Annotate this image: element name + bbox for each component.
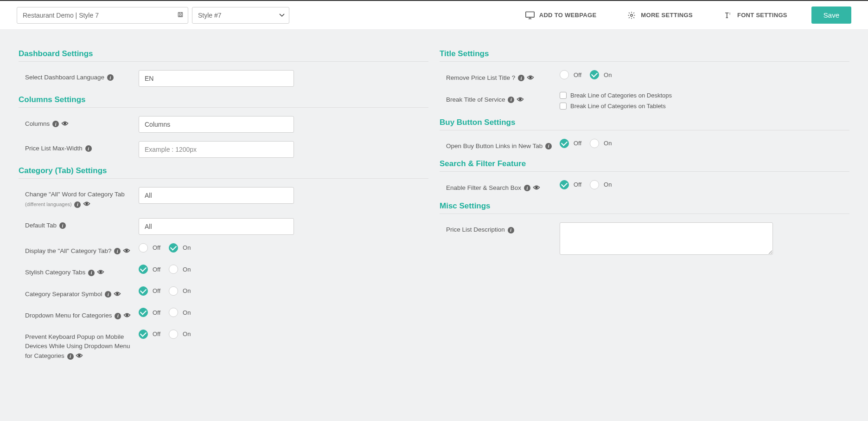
dashboard-settings-title: Dashboard Settings — [19, 49, 428, 62]
eye-icon[interactable]: 👁 — [114, 289, 121, 300]
label-description: Price List Description i — [446, 222, 560, 234]
label-default-tab: Default Tab i — [25, 218, 139, 230]
radio-on[interactable]: On — [590, 139, 612, 148]
dashboard-language-input[interactable] — [139, 70, 294, 87]
info-icon[interactable]: i — [518, 75, 524, 81]
eye-icon[interactable]: 👁 — [124, 311, 131, 321]
eye-icon[interactable]: 👁 — [97, 267, 104, 278]
label-open-buy: Open Buy Button Links in New Tab i — [446, 139, 560, 151]
info-icon[interactable]: i — [114, 248, 121, 254]
misc-title: Misc Settings — [440, 201, 849, 214]
row-default-tab: Default Tab i — [19, 218, 428, 235]
info-icon[interactable]: i — [524, 185, 530, 191]
pricelist-name-input[interactable] — [17, 7, 188, 24]
radio-on[interactable]: On — [169, 265, 191, 274]
radio-off[interactable]: Off — [560, 139, 581, 148]
category-settings-title: Category (Tab) Settings — [19, 166, 428, 179]
radio-on[interactable]: On — [169, 243, 191, 253]
radio-off[interactable]: Off — [139, 330, 160, 339]
info-icon[interactable]: i — [88, 270, 95, 276]
radio-off[interactable]: Off — [139, 286, 160, 296]
radio-on[interactable]: On — [169, 330, 191, 339]
radio-on[interactable]: On — [590, 180, 612, 189]
font-settings-label: FONT SETTINGS — [737, 12, 787, 19]
monitor-icon — [525, 11, 535, 19]
eye-icon[interactable]: 👁 — [123, 246, 130, 257]
label-separator: Category Separator Symbol i 👁 — [25, 286, 139, 300]
info-icon[interactable]: i — [85, 145, 92, 152]
label-display-all-tab: Display the "All" Category Tab? i 👁 — [25, 243, 139, 257]
content-area: Dashboard Settings Select Dashboard Lang… — [0, 30, 868, 385]
chk-break-desktop[interactable]: Break Line of Categories on Desktops — [560, 92, 672, 99]
radio-on[interactable]: On — [169, 308, 191, 317]
label-columns: Columns i 👁 — [25, 116, 139, 130]
more-settings-button[interactable]: MORE SETTINGS — [620, 7, 699, 23]
style-select-wrap: Style #7 — [192, 7, 289, 24]
radio-display-all-tab: Off On — [139, 243, 191, 253]
eye-icon[interactable]: 👁 — [62, 119, 69, 130]
row-dropdown: Dropdown Menu for Categories i 👁 Off On — [19, 308, 428, 321]
row-enable-filter: Enable Filter & Search Box i 👁 Off On — [440, 180, 849, 194]
info-icon[interactable]: i — [508, 227, 514, 233]
info-icon[interactable]: i — [105, 291, 111, 298]
info-icon[interactable]: i — [74, 201, 81, 208]
columns-settings-title: Columns Settings — [19, 95, 428, 108]
info-icon[interactable]: i — [59, 222, 66, 229]
info-icon[interactable]: i — [52, 121, 59, 127]
svg-point-3 — [631, 14, 633, 16]
default-tab-input[interactable] — [139, 218, 294, 235]
radio-on[interactable]: On — [169, 286, 191, 296]
row-stylish-tabs: Stylish Category Tabs i 👁 Off On — [19, 265, 428, 278]
columns-input[interactable] — [139, 116, 294, 133]
header-bar: Style #7 ADD TO WEBPAGE MORE SETTINGS ! … — [0, 1, 868, 30]
radio-off[interactable]: Off — [139, 308, 160, 317]
eye-icon[interactable]: 👁 — [76, 351, 83, 362]
radio-prevent-keyboard: Off On — [139, 330, 191, 339]
row-separator: Category Separator Symbol i 👁 Off On — [19, 286, 428, 300]
info-icon[interactable]: i — [508, 97, 514, 103]
radio-off[interactable]: Off — [139, 243, 160, 253]
radio-open-buy: Off On — [560, 139, 612, 148]
buy-button-title: Buy Button Settings — [440, 118, 849, 130]
row-description: Price List Description i — [440, 222, 849, 257]
label-break-title: Break Title of Service i 👁 — [446, 92, 560, 105]
row-max-width: Price List Max-Width i — [19, 141, 428, 158]
eye-icon[interactable]: 👁 — [83, 199, 90, 210]
radio-off[interactable]: Off — [560, 70, 581, 79]
radio-off[interactable]: Off — [139, 265, 160, 274]
label-prevent-keyboard: Prevent Keyboard Popup on Mobile Devices… — [25, 330, 139, 362]
info-icon[interactable]: i — [115, 313, 121, 319]
style-select[interactable]: Style #7 — [192, 7, 289, 24]
max-width-input[interactable] — [139, 141, 294, 158]
left-column: Dashboard Settings Select Dashboard Lang… — [13, 45, 434, 370]
info-icon[interactable]: i — [107, 74, 114, 81]
add-to-webpage-button[interactable]: ADD TO WEBPAGE — [519, 7, 603, 23]
row-display-all-tab: Display the "All" Category Tab? i 👁 Off … — [19, 243, 428, 257]
eye-icon[interactable]: 👁 — [517, 95, 524, 105]
pricelist-name-wrap — [17, 7, 188, 24]
info-icon[interactable]: i — [545, 143, 552, 149]
radio-off[interactable]: Off — [560, 180, 581, 189]
font-settings-button[interactable]: ! FONT SETTINGS — [717, 7, 794, 23]
eye-icon[interactable]: 👁 — [527, 73, 534, 84]
row-dashboard-language: Select Dashboard Language i — [19, 70, 428, 87]
chk-break-tablet[interactable]: Break Line of Categories on Tablets — [560, 103, 672, 110]
font-icon: ! — [723, 11, 733, 19]
radio-stylish-tabs: Off On — [139, 265, 191, 274]
row-columns: Columns i 👁 — [19, 116, 428, 133]
gear-icon — [627, 11, 636, 19]
label-change-all-word: Change "All" Word for Category Tab (diff… — [25, 187, 139, 210]
title-settings-title: Title Settings — [440, 49, 849, 62]
description-textarea[interactable] — [560, 222, 773, 255]
save-button[interactable]: Save — [811, 6, 851, 24]
label-dashboard-language: Select Dashboard Language i — [25, 70, 139, 82]
radio-separator: Off On — [139, 286, 191, 296]
radio-on[interactable]: On — [590, 70, 612, 79]
row-change-all-word: Change "All" Word for Category Tab (diff… — [19, 187, 428, 210]
radio-dropdown: Off On — [139, 308, 191, 317]
row-open-buy: Open Buy Button Links in New Tab i Off O… — [440, 139, 849, 151]
label-dropdown: Dropdown Menu for Categories i 👁 — [25, 308, 139, 321]
info-icon[interactable]: i — [67, 353, 74, 360]
change-all-word-input[interactable] — [139, 187, 294, 204]
eye-icon[interactable]: 👁 — [533, 183, 540, 194]
